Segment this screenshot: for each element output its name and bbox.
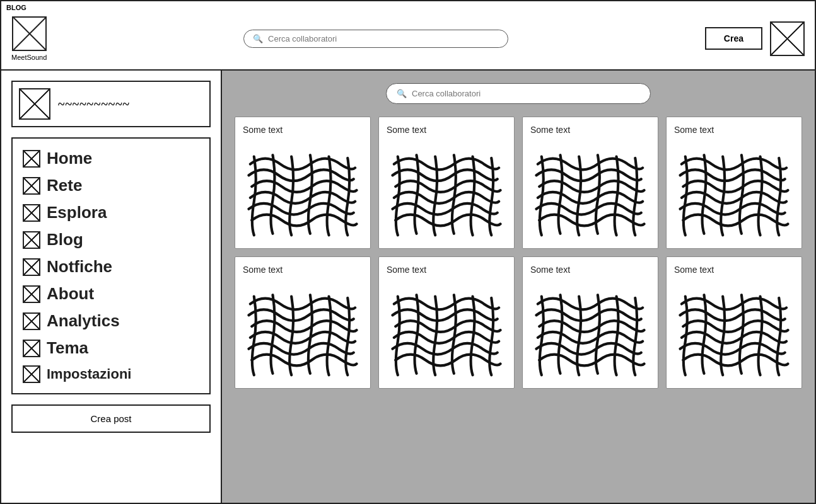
card-2[interactable]: Some text [378, 117, 515, 249]
sidebar-profile: ~~~~~~~~~~ [11, 81, 211, 127]
card-8[interactable]: Some text [666, 256, 802, 389]
sidebar-item-tema[interactable]: Tema [18, 336, 204, 360]
card-8-title: Some text [674, 265, 794, 275]
card-2-title: Some text [387, 125, 506, 135]
home-icon [23, 150, 40, 168]
content-area: 🔍 Some text [222, 71, 815, 504]
topbar: BLOG MeetSound 🔍 Crea [1, 1, 815, 71]
card-6[interactable]: Some text [378, 256, 515, 389]
blog-icon [23, 231, 40, 249]
topbar-right: Crea [705, 21, 805, 56]
logo-icon [12, 16, 47, 51]
window-title: BLOG [6, 4, 26, 11]
content-search: 🔍 [235, 83, 802, 104]
card-6-title: Some text [387, 265, 506, 275]
topbar-search-container: 🔍 [47, 30, 705, 48]
crea-button[interactable]: Crea [705, 27, 762, 50]
sidebar-item-esplora-label: Esplora [47, 203, 107, 222]
card-7-scribble [530, 280, 650, 381]
card-8-scribble [674, 280, 794, 381]
impostazioni-icon [23, 365, 40, 383]
card-4[interactable]: Some text [666, 117, 802, 249]
topbar-search-box[interactable]: 🔍 [243, 30, 508, 48]
sidebar-item-blog-label: Blog [47, 230, 83, 249]
sidebar-item-rete-label: Rete [47, 176, 82, 195]
sidebar-item-notfiche-label: Notfiche [47, 257, 112, 277]
content-search-input[interactable] [412, 89, 640, 98]
about-icon [23, 285, 40, 303]
card-5-title: Some text [243, 265, 363, 275]
card-4-title: Some text [674, 125, 794, 135]
sidebar-item-blog[interactable]: Blog [18, 227, 204, 252]
card-2-scribble [387, 140, 506, 241]
avatar[interactable] [770, 21, 805, 56]
logo-area: MeetSound [11, 16, 47, 61]
card-3[interactable]: Some text [522, 117, 658, 249]
card-5[interactable]: Some text [235, 256, 371, 389]
content-search-icon: 🔍 [397, 89, 407, 98]
card-4-scribble [674, 140, 794, 241]
card-7[interactable]: Some text [522, 256, 658, 389]
sidebar-item-analytics[interactable]: Analytics [18, 309, 204, 333]
sidebar-item-rete[interactable]: Rete [18, 173, 204, 198]
sidebar-item-analytics-label: Analytics [47, 311, 120, 331]
sidebar-item-home[interactable]: Home [18, 146, 204, 171]
sidebar-avatar-icon [19, 88, 50, 120]
sidebar-item-about[interactable]: About [18, 282, 204, 306]
esplora-icon [23, 204, 40, 222]
cards-grid: Some text Some text [235, 117, 802, 389]
card-3-title: Some text [530, 125, 650, 135]
card-1-title: Some text [243, 125, 363, 135]
sidebar-item-notfiche[interactable]: Notfiche [18, 255, 204, 279]
card-6-scribble [387, 280, 506, 381]
card-5-scribble [243, 280, 363, 381]
content-search-box[interactable]: 🔍 [386, 83, 651, 104]
sidebar-item-impostazioni[interactable]: Impostazioni [18, 363, 204, 386]
card-3-scribble [530, 140, 650, 241]
sidebar-item-impostazioni-label: Impostazioni [47, 366, 131, 382]
sidebar-item-tema-label: Tema [47, 338, 88, 358]
sidebar-item-about-label: About [47, 284, 94, 304]
card-1[interactable]: Some text [235, 117, 371, 249]
analytics-icon [23, 312, 40, 330]
sidebar-item-esplora[interactable]: Esplora [18, 200, 204, 225]
nav-menu: HomeReteEsploraBlogNotficheAboutAnalytic… [11, 137, 211, 394]
notfiche-icon [23, 258, 40, 276]
search-icon: 🔍 [253, 34, 263, 43]
sidebar-username: ~~~~~~~~~~ [58, 97, 130, 112]
crea-post-button[interactable]: Crea post [11, 404, 211, 433]
card-7-title: Some text [530, 265, 650, 275]
sidebar: ~~~~~~~~~~ HomeReteEsploraBlogNotficheAb… [1, 71, 222, 504]
logo-label: MeetSound [11, 54, 47, 61]
topbar-search-input[interactable] [268, 34, 499, 43]
rete-icon [23, 177, 40, 195]
sidebar-item-home-label: Home [47, 149, 92, 168]
main-layout: ~~~~~~~~~~ HomeReteEsploraBlogNotficheAb… [1, 71, 815, 504]
tema-icon [23, 340, 40, 357]
card-1-scribble [243, 140, 363, 241]
